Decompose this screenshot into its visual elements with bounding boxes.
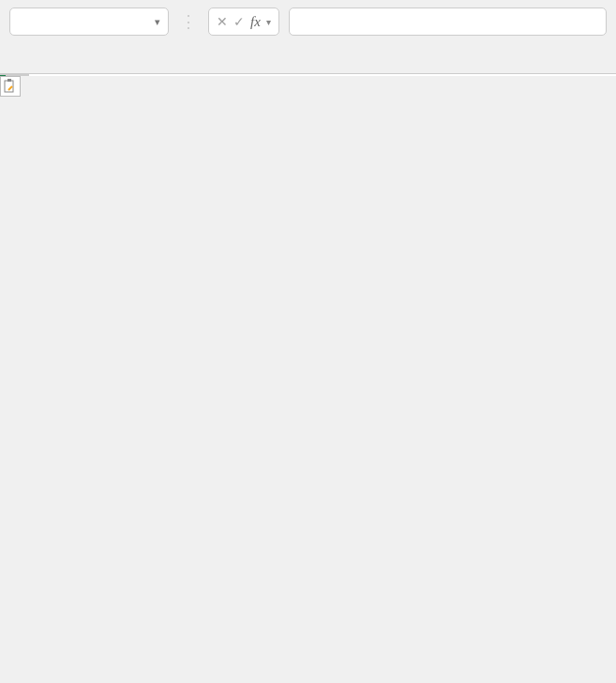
spreadsheet-grid[interactable] <box>0 73 616 76</box>
divider: ⋮ <box>178 11 199 32</box>
chevron-down-icon[interactable]: ▾ <box>266 17 271 27</box>
chevron-down-icon[interactable]: ▾ <box>153 16 162 28</box>
formula-buttons: ✕ ✓ fx ▾ <box>208 8 279 36</box>
formula-bar: ▾ ⋮ ✕ ✓ fx ▾ <box>0 0 616 73</box>
svg-rect-1 <box>8 79 11 82</box>
formula-input[interactable] <box>289 8 607 36</box>
name-box[interactable]: ▾ <box>9 8 169 36</box>
fx-icon[interactable]: fx <box>250 14 261 30</box>
autofill-options-icon[interactable] <box>0 76 21 97</box>
cancel-icon[interactable]: ✕ <box>217 14 228 29</box>
accept-icon[interactable]: ✓ <box>233 14 245 29</box>
